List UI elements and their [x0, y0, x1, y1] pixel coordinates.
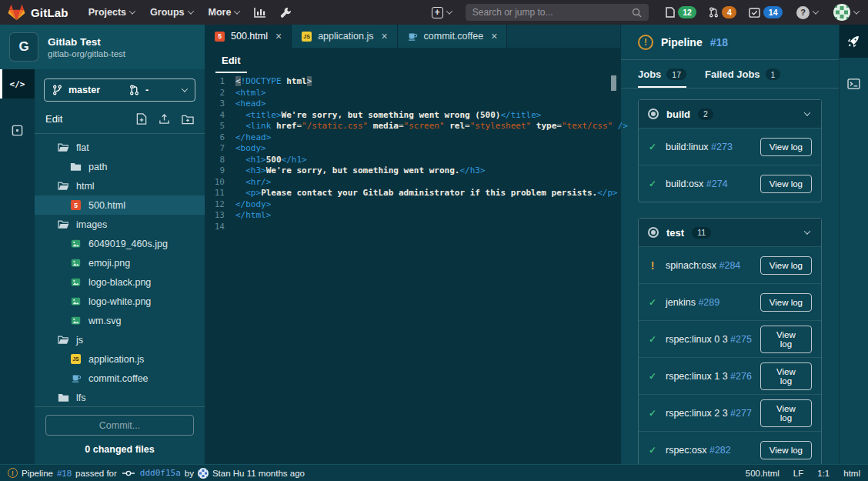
tree-item-lfs[interactable]: lfs: [35, 388, 205, 406]
code-line: 14: [205, 222, 620, 233]
code-line: 11 <p>Please contact your GitLab adminis…: [205, 188, 620, 199]
merge-requests-indicator[interactable]: 4: [703, 6, 743, 18]
job-id-link[interactable]: #284: [719, 260, 740, 271]
stage-header-test[interactable]: test11: [639, 219, 821, 246]
view-log-button[interactable]: View log: [760, 441, 812, 459]
project-header[interactable]: G Gitlab Test gitlab-org/gitlab-test: [0, 25, 205, 69]
nav-more[interactable]: More: [201, 0, 248, 25]
tab-commit-coffee[interactable]: commit.coffee ×: [398, 25, 508, 48]
tab-jobs[interactable]: Jobs 17: [638, 68, 686, 88]
close-tab-icon[interactable]: ×: [491, 31, 497, 42]
review-mode-button[interactable]: [0, 115, 35, 145]
code-text: </html>: [235, 210, 271, 222]
job-id-link[interactable]: #273: [711, 142, 733, 152]
terminal-panel-button[interactable]: [840, 67, 868, 100]
folder-open-icon: [58, 181, 69, 191]
tree-item-path[interactable]: path: [35, 157, 205, 176]
author-and-time: Stan Hu 11 months ago: [212, 469, 305, 478]
new-file-icon[interactable]: [136, 113, 147, 125]
tab-edit-mode[interactable]: Edit: [215, 55, 247, 73]
global-search: [466, 4, 649, 21]
commit-button[interactable]: Commit...: [45, 415, 194, 436]
close-tab-icon[interactable]: ×: [275, 31, 282, 42]
tree-item-logo-black.png[interactable]: logo-black.png: [35, 272, 205, 292]
pipeline-number-link[interactable]: #18: [710, 36, 728, 48]
project-name: Gitlab Test: [48, 35, 125, 49]
view-log-button[interactable]: View log: [760, 399, 812, 427]
new-folder-icon[interactable]: [182, 114, 194, 125]
issues-icon: [666, 7, 675, 18]
commit-area: Commit... 0 changed files: [35, 406, 205, 464]
sb-file-name[interactable]: 500.html: [746, 469, 780, 478]
tree-item-label: 6049019_460s.jpg: [88, 239, 168, 249]
pipeline-tabs: Jobs 17 Failed Jobs 1: [621, 59, 839, 88]
js-icon: JS: [70, 354, 82, 364]
sb-eol[interactable]: LF: [793, 469, 803, 478]
pipelines-panel-button[interactable]: [840, 25, 868, 58]
pipeline-header: ! Pipeline #18: [621, 25, 839, 59]
tree-item-images[interactable]: images: [35, 215, 205, 234]
nav-groups[interactable]: Groups: [142, 0, 200, 25]
tree-item-label: html: [76, 181, 95, 192]
close-tab-icon[interactable]: ×: [381, 31, 387, 42]
issues-indicator[interactable]: 12: [659, 6, 703, 18]
tree-item-label: path: [88, 162, 107, 172]
view-log-button[interactable]: View log: [760, 293, 812, 312]
chevron-down-icon: [234, 8, 240, 14]
tab-500-html[interactable]: 5 500.html ×: [205, 25, 292, 48]
code-line: 7<body>: [205, 143, 620, 155]
job-row-build:osx: ✓build:osx #274View log: [639, 165, 821, 202]
view-log-button[interactable]: View log: [760, 362, 812, 390]
sb-pipeline-number-link[interactable]: #18: [57, 469, 72, 478]
view-log-button[interactable]: View log: [760, 326, 812, 353]
job-id-link[interactable]: #282: [709, 445, 731, 456]
stage-build: build2✓build:linux #273View log✓build:os…: [638, 99, 822, 202]
code-text: <hr/>: [235, 177, 271, 189]
html-file-icon: 5: [214, 32, 225, 42]
tree-item-application.js[interactable]: JSapplication.js: [35, 349, 205, 369]
job-id-link[interactable]: #275: [730, 334, 752, 345]
tree-item-emoji.png[interactable]: emoji.png: [35, 253, 205, 272]
commit-sha-link[interactable]: ddd0f15a: [140, 468, 181, 478]
tab-failed-jobs[interactable]: Failed Jobs 1: [705, 68, 780, 88]
view-log-button[interactable]: View log: [760, 256, 812, 275]
code-text: </head>: [235, 132, 271, 144]
job-id-link[interactable]: #276: [730, 371, 752, 382]
editor-scrollbar[interactable]: [611, 75, 616, 91]
edit-mode-button[interactable]: </>: [0, 69, 35, 99]
code-line: 12</body>: [205, 199, 620, 211]
code-area[interactable]: 1<!DOCTYPE html>2<html>3<head>4 <title>W…: [205, 73, 620, 464]
sb-cursor-position[interactable]: 1:1: [817, 469, 830, 478]
pipeline-status-icon: !: [8, 468, 18, 478]
tree-item-6049019_460s.jpg[interactable]: 6049019_460s.jpg: [35, 234, 205, 253]
tree-item-commit.coffee[interactable]: commit.coffee: [35, 369, 205, 388]
tree-item-500.html[interactable]: 5500.html: [35, 195, 205, 215]
job-id-link[interactable]: #289: [698, 297, 719, 308]
tree-item-js[interactable]: js: [35, 330, 205, 349]
sb-language[interactable]: html: [843, 469, 860, 478]
tree-item-flat[interactable]: flat: [35, 138, 205, 157]
chevron-down-icon: [129, 8, 135, 14]
job-id-link[interactable]: #277: [730, 408, 752, 419]
view-log-button[interactable]: View log: [760, 138, 812, 156]
upload-file-icon[interactable]: [159, 113, 170, 125]
search-input[interactable]: [472, 7, 632, 18]
stage-status-icon: [648, 109, 659, 119]
help-menu[interactable]: ?: [789, 0, 826, 25]
tree-item-html[interactable]: html: [35, 176, 205, 195]
tab-application-js[interactable]: JS application.js ×: [292, 25, 397, 48]
nav-projects[interactable]: Projects: [81, 0, 142, 25]
gitlab-logo[interactable]: GitLab: [8, 4, 68, 21]
job-id-link[interactable]: #274: [706, 179, 728, 189]
tree-item-wm.svg[interactable]: wm.svg: [35, 311, 205, 330]
editor-region: 5 500.html × JS application.js × commit.…: [205, 25, 620, 464]
activity-chart-icon[interactable]: [247, 0, 273, 25]
todos-indicator[interactable]: 14: [743, 6, 789, 18]
tree-item-logo-white.png[interactable]: logo-white.png: [35, 292, 205, 311]
new-menu[interactable]: +: [424, 0, 459, 25]
branch-selector[interactable]: master -: [44, 78, 195, 102]
stage-header-build[interactable]: build2: [639, 100, 821, 128]
user-menu[interactable]: [826, 0, 860, 25]
view-log-button[interactable]: View log: [760, 175, 812, 193]
admin-wrench-icon[interactable]: [273, 0, 299, 25]
